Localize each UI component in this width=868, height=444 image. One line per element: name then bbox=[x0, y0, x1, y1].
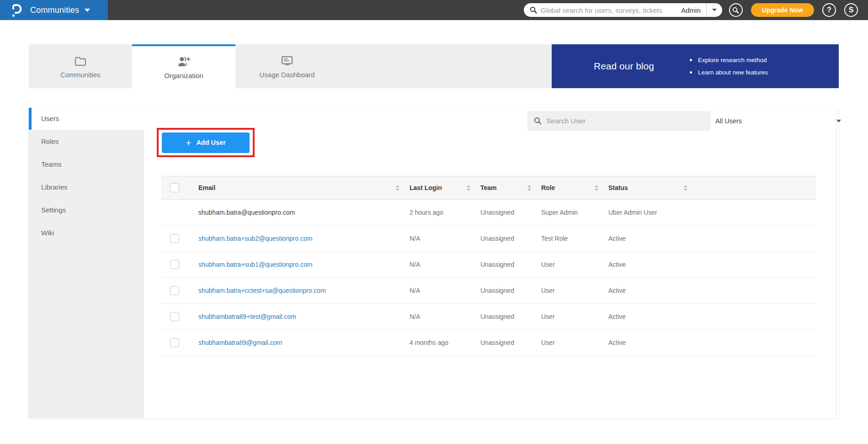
table-row: shubham.batra@questionpro.com 2 hours ag… bbox=[161, 200, 816, 226]
team-cell: Unassigned bbox=[473, 200, 534, 226]
main-tabs: Communities Organization Usage Dashboard bbox=[29, 44, 839, 88]
banner-bullet-list: Explore research method Learn about new … bbox=[690, 54, 768, 79]
read-our-blog-link[interactable]: Read our blog bbox=[594, 61, 654, 72]
sidebar-item-teams[interactable]: Teams bbox=[29, 153, 144, 176]
search-icon bbox=[534, 117, 542, 125]
sidebar-item-wiki[interactable]: Wiki bbox=[29, 222, 144, 244]
last-login-cell: N/A bbox=[402, 252, 473, 278]
sort-icon[interactable] bbox=[684, 185, 687, 191]
sort-icon[interactable] bbox=[595, 185, 598, 191]
users-table: Email Last Login Team Role Status bbox=[161, 176, 816, 356]
tab-organization[interactable]: Organization bbox=[132, 44, 235, 88]
chevron-down-icon bbox=[85, 9, 90, 12]
search-user-field bbox=[527, 111, 711, 131]
product-switcher[interactable]: Communities bbox=[0, 0, 108, 20]
last-login-cell: N/A bbox=[402, 226, 473, 252]
product-label: Communities bbox=[30, 5, 79, 15]
team-cell: Unassigned bbox=[473, 304, 534, 330]
search-submit-button[interactable] bbox=[729, 3, 743, 17]
blog-promo-banner: Read our blog Explore research method Le… bbox=[552, 44, 839, 88]
search-scope-selector[interactable]: Admin bbox=[676, 6, 706, 14]
column-header-role: Role bbox=[541, 184, 555, 191]
status-cell: Active bbox=[601, 304, 690, 330]
status-cell: Active bbox=[601, 252, 690, 278]
tab-label: Usage Dashboard bbox=[260, 71, 315, 79]
role-cell: Super Admin bbox=[534, 200, 601, 226]
tab-label: Organization bbox=[164, 72, 203, 79]
sort-icon[interactable] bbox=[467, 185, 470, 191]
role-cell: User bbox=[534, 278, 601, 304]
user-email-link[interactable]: shubhambatra89@gmail.com bbox=[198, 339, 282, 346]
sidebar-item-libraries[interactable]: Libraries bbox=[29, 176, 144, 199]
role-cell: Test Role bbox=[534, 226, 601, 252]
add-user-button[interactable]: + Add User bbox=[162, 132, 250, 153]
sidebar-item-settings[interactable]: Settings bbox=[29, 199, 144, 222]
user-filter-dropdown[interactable]: All Users bbox=[715, 111, 845, 131]
search-icon bbox=[732, 7, 739, 14]
tab-label: Communities bbox=[60, 71, 101, 79]
row-checkbox[interactable] bbox=[170, 234, 179, 243]
dashboard-icon bbox=[281, 54, 293, 67]
last-login-cell: N/A bbox=[402, 278, 473, 304]
status-cell: Active bbox=[601, 226, 690, 252]
row-checkbox[interactable] bbox=[170, 312, 179, 321]
search-scope-dropdown-button[interactable] bbox=[707, 3, 722, 17]
table-row: shubham.batra+sub2@questionpro.com N/A U… bbox=[161, 226, 816, 252]
help-button[interactable]: ? bbox=[822, 3, 836, 17]
banner-bullet: Learn about new features bbox=[690, 66, 768, 79]
table-header-row: Email Last Login Team Role Status bbox=[161, 176, 816, 200]
search-icon bbox=[530, 6, 537, 14]
column-header-status: Status bbox=[608, 184, 628, 191]
role-cell: User bbox=[534, 252, 601, 278]
organization-panel: Users Roles Teams Libraries Settings Wik… bbox=[29, 107, 839, 418]
last-login-cell: N/A bbox=[402, 304, 473, 330]
sort-icon[interactable] bbox=[527, 185, 531, 191]
column-header-last-login: Last Login bbox=[410, 184, 442, 191]
chevron-down-icon bbox=[836, 120, 841, 122]
upgrade-now-button[interactable]: Upgrade Now bbox=[751, 3, 814, 17]
team-cell: Unassigned bbox=[473, 226, 534, 252]
banner-bullet: Explore research method bbox=[690, 54, 768, 66]
global-search: Admin bbox=[524, 3, 722, 17]
user-email-link[interactable]: shubham.batra+cctest+sa@questionpro.com bbox=[198, 287, 326, 294]
last-login-cell: 2 hours ago bbox=[402, 200, 473, 226]
row-checkbox[interactable] bbox=[170, 286, 179, 295]
user-filter-value: All Users bbox=[715, 117, 742, 125]
sidebar-item-roles[interactable]: Roles bbox=[29, 130, 144, 153]
status-cell: Active bbox=[601, 278, 690, 304]
tab-communities[interactable]: Communities bbox=[29, 44, 132, 88]
topbar: Communities Admin Upgrade Now ? S bbox=[0, 0, 868, 20]
table-row: shubhambatra89@gmail.com 4 months ago Un… bbox=[161, 330, 816, 356]
questionpro-logo-icon bbox=[11, 3, 23, 17]
user-email: shubham.batra@questionpro.com bbox=[198, 209, 295, 216]
sidebar-item-users[interactable]: Users bbox=[29, 107, 144, 130]
organization-sidebar: Users Roles Teams Libraries Settings Wik… bbox=[29, 107, 144, 418]
column-header-email: Email bbox=[198, 184, 215, 191]
tab-usage-dashboard[interactable]: Usage Dashboard bbox=[235, 44, 339, 88]
global-search-input[interactable] bbox=[541, 6, 676, 14]
user-email-link[interactable]: shubhambatra89+test@gmail.com bbox=[198, 313, 296, 320]
last-login-cell: 4 months ago bbox=[402, 330, 473, 356]
sort-icon[interactable] bbox=[396, 185, 399, 191]
row-checkbox[interactable] bbox=[170, 338, 179, 347]
select-all-checkbox[interactable] bbox=[170, 183, 179, 192]
table-row: shubham.batra+cctest+sa@questionpro.com … bbox=[161, 278, 816, 304]
person-add-icon bbox=[177, 55, 191, 68]
search-user-input[interactable] bbox=[546, 117, 711, 125]
status-cell: Uber Admin User bbox=[601, 200, 690, 226]
table-row: shubham.batra+sub1@questionpro.com N/A U… bbox=[161, 252, 816, 278]
role-cell: User bbox=[534, 304, 601, 330]
team-cell: Unassigned bbox=[473, 252, 534, 278]
team-cell: Unassigned bbox=[473, 330, 534, 356]
avatar[interactable]: S bbox=[844, 3, 858, 17]
role-cell: User bbox=[534, 330, 601, 356]
add-user-label: Add User bbox=[196, 139, 225, 146]
team-cell: Unassigned bbox=[473, 278, 534, 304]
user-email-link[interactable]: shubham.batra+sub2@questionpro.com bbox=[198, 235, 313, 242]
user-email-link[interactable]: shubham.batra+sub1@questionpro.com bbox=[198, 261, 313, 268]
column-header-team: Team bbox=[480, 184, 497, 191]
folder-icon bbox=[74, 54, 87, 67]
annotation-highlight: + Add User bbox=[157, 128, 255, 157]
row-checkbox[interactable] bbox=[170, 260, 179, 269]
table-row: shubhambatra89+test@gmail.com N/A Unassi… bbox=[161, 304, 816, 330]
